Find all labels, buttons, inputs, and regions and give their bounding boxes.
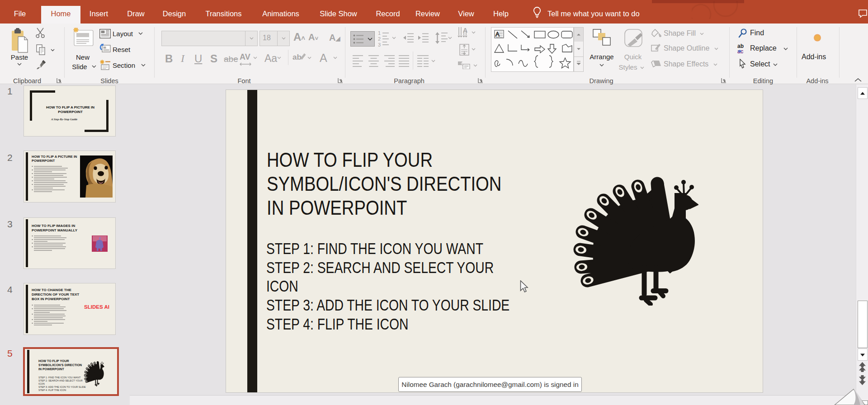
svg-text:A: A xyxy=(495,31,500,38)
